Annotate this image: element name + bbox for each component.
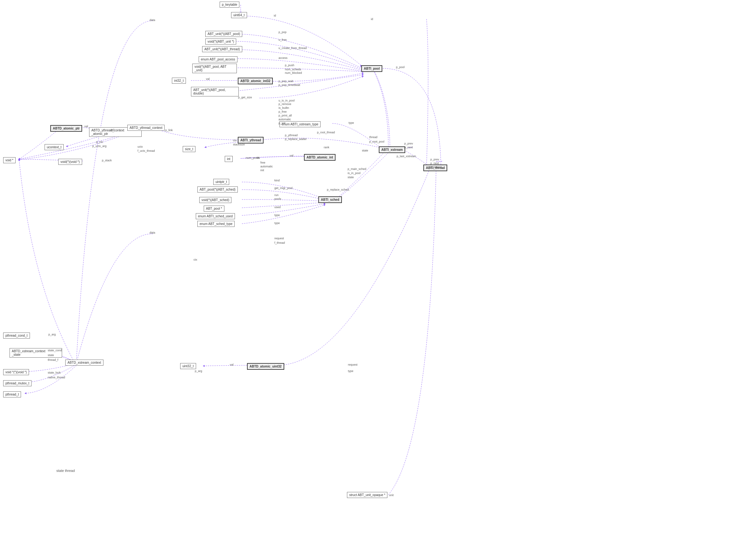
label-p-print-all: p_print_all (279, 114, 292, 117)
label-p-root-pool: p_root_pool (369, 140, 385, 143)
label-automatic-2: automatic (260, 165, 273, 168)
label-free: free (260, 161, 265, 164)
label-p-root-thread: p_root_thread (317, 131, 335, 134)
label-thread-f: thread_f (48, 358, 58, 361)
node-enum-xstream-type: enum ABTI_xstream_type (280, 121, 321, 127)
node-void-void: void(*)(void *) (58, 159, 82, 165)
node-void-void-ptr2: void *(*)(void *) (3, 369, 29, 375)
node-abti-ythread: ABTI_ythread (238, 137, 263, 144)
label-state-2: state (348, 176, 354, 179)
label-p-stack: p_stack (102, 159, 112, 162)
label-p-uctx-arg: p_uctx_arg (92, 145, 107, 147)
label-request-1: request (274, 237, 284, 240)
label-p-push: p_push (285, 64, 294, 67)
node-abtd-xstream-context: ABTD_xstream_context (65, 360, 103, 366)
label-get-migr-pool: get_migr_pool (274, 186, 292, 190)
label-p-free: p_free (279, 110, 287, 113)
node-abtd-atomic-uint32: ABTD_atomic_uint32 (247, 363, 284, 370)
label-rank: rank (324, 146, 330, 149)
label-access: access (279, 56, 287, 60)
label-run: run (274, 194, 279, 197)
label-p-arg-2: p_arg (48, 333, 56, 336)
label-type-2: type (274, 214, 280, 217)
label-val-2: val (84, 125, 88, 128)
node-abti-sched: ABTI_sched (318, 196, 342, 203)
label-request-2: request (348, 363, 358, 366)
label-p-pop: p_pop (279, 31, 286, 34)
node-int32-t: int32_t (172, 78, 186, 84)
label-p-prev-1: p_prev (404, 142, 413, 145)
label-type-3: type (274, 222, 280, 225)
label-p-pop-wait: p_pop_wait (279, 80, 293, 83)
node-enum-sched-type: enum ABT_sched_type (197, 221, 234, 227)
label-ctx-2: ctx (194, 258, 197, 261)
label-init: init (260, 169, 264, 172)
label-p-remove: p_remove (279, 102, 291, 106)
label-state-thread: state thread (56, 469, 75, 472)
node-uint64-t: uint64_t (231, 12, 247, 18)
node-pthread-t: pthread_t (3, 391, 21, 397)
label-p-next-1: p_next (404, 146, 413, 149)
label-p-prev-2: p_prev (430, 158, 439, 161)
label-p-arg-1: p_arg (195, 369, 202, 373)
node-void-ptr: void * (3, 157, 15, 163)
node-int: int (225, 156, 233, 162)
label-pools: pools (274, 197, 282, 200)
label-ctx: ctx (233, 139, 237, 142)
label-num-scheds: num_scheds (285, 68, 301, 71)
node-abti-pool: ABTI_pool (361, 65, 382, 72)
label-unit: unit (389, 493, 394, 497)
node-void-abt-unit: void(*)(ABT_unit *) (205, 39, 236, 44)
label-uctx: uctx (138, 145, 143, 148)
node-pthread-mutex-t: pthread_mutex_t (3, 380, 32, 386)
node-abt-pool-star: ABT_pool * (204, 205, 225, 212)
label-p-replace-sched: p_replace_sched, (327, 188, 349, 191)
diagram-container: p_keytable uint64_t ABT_unit(*)(ABT_pool… (0, 0, 756, 533)
node-abt-pool-sched: ABT_pool(*)(ABT_sched) (197, 186, 238, 193)
label-int: int (256, 156, 260, 159)
node-abt-unit-pool-double: ABT_unit(*)(ABT_pool,double) (191, 87, 239, 96)
label-id-1: id (274, 14, 276, 17)
node-abtd-xstream-context-state: ABTD_xstream_context_state (10, 348, 62, 358)
label-val-1: val (206, 77, 210, 81)
label-num-pools: num_pools (246, 156, 260, 159)
node-abti-xstream: ABTI_xstream (379, 147, 405, 153)
label-val-4: val (290, 154, 293, 157)
node-size-t: size_t (183, 146, 196, 152)
label-u-create: u_create_from_thread (279, 46, 307, 50)
label-state-lock: state_lock (48, 371, 61, 374)
label-type-1: type (349, 121, 354, 124)
node-abt-unit-thread: ABT_unit(*)(ABT_thread) (202, 46, 242, 52)
label-p-last-xstream: p_last_xstream (397, 155, 416, 158)
node-ucontext-t: ucontext_t (44, 144, 64, 150)
label-p-link: p_link (165, 128, 173, 132)
label-u-free: u_free (279, 38, 287, 41)
label-p-ctx: p_ctx (96, 140, 103, 144)
label-is-in-pool: is_in_pool (348, 172, 361, 175)
label-thread: thread (369, 136, 378, 139)
label-state-1: state (362, 149, 368, 152)
node-abtd-atomic-ptr: ABTD_atomic_ptr (50, 125, 82, 132)
node-pthread-cond-t: pthread_cond_t (3, 333, 30, 338)
label-p-get-size: p_get_size (238, 96, 252, 99)
label-id-2: id (371, 17, 373, 21)
label-data-1: data (149, 18, 155, 22)
label-u-is-in-pool: u_is_in_pool (279, 99, 295, 102)
node-abtd-atomic-int: ABTD_atomic_int (304, 154, 336, 161)
label-used: used (274, 205, 281, 209)
node-abtd-ythread-context: ABTD_ythread_context (127, 125, 165, 131)
node-void-pool-unit: void(*)(ABT_pool, ABT_unit) (192, 64, 237, 73)
node-void-abt-sched: void(*)(ABT_sched) (199, 197, 231, 203)
node-enum-pool-access: enum ABT_pool_access (199, 56, 237, 62)
label-val-5: val (230, 363, 234, 366)
connections-svg (0, 0, 756, 533)
node-uintptr-t: uintptr_t (213, 179, 229, 185)
node-enum-sched-used: enum ABTI_sched_used (196, 213, 235, 219)
label-num-blocked: num_blocked (285, 71, 302, 74)
label-native-thread: native_thread (48, 376, 65, 379)
p-keytable-label: p_keytable (220, 2, 239, 8)
node-uint32-t: uint32_t (180, 363, 196, 369)
label-data-2: data (149, 231, 155, 234)
label-p-ythread: p_ythread (285, 134, 298, 137)
label-type-4: type (348, 369, 353, 373)
